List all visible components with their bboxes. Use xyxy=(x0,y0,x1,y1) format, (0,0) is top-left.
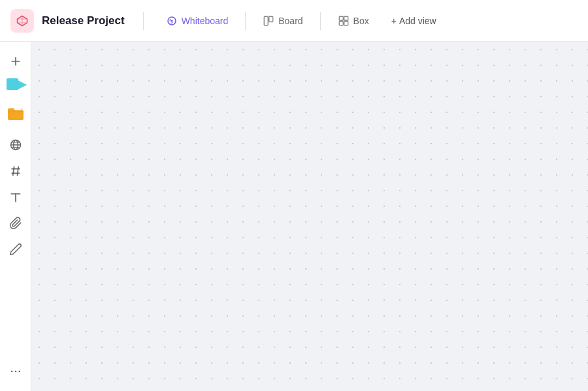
add-view-prefix: + xyxy=(391,16,397,26)
sidebar-item-sticky-notes[interactable] xyxy=(4,76,27,99)
whiteboard-canvas[interactable] xyxy=(31,42,588,391)
add-view-button[interactable]: + Add view xyxy=(384,12,444,30)
tab-divider-1 xyxy=(245,12,246,30)
sidebar-item-globe[interactable] xyxy=(4,133,27,157)
sidebar-item-attach[interactable] xyxy=(4,211,27,235)
play-arrow-icon xyxy=(16,78,29,94)
sidebar-item-text[interactable] xyxy=(4,185,27,209)
project-title: Release Project xyxy=(42,14,125,27)
tab-whiteboard-label: Whiteboard xyxy=(182,16,229,26)
svg-point-22 xyxy=(10,371,12,373)
sidebar-item-hashtag[interactable] xyxy=(4,159,27,183)
tab-whiteboard[interactable]: Whiteboard xyxy=(157,11,238,31)
svg-rect-2 xyxy=(264,16,268,25)
svg-point-23 xyxy=(14,371,16,373)
box-icon xyxy=(338,15,350,27)
header: Release Project Whiteboard xyxy=(0,0,588,42)
sidebar xyxy=(0,42,31,391)
svg-rect-5 xyxy=(344,16,348,20)
header-divider xyxy=(143,12,144,30)
svg-rect-7 xyxy=(344,21,348,25)
sidebar-item-draw[interactable] xyxy=(4,238,27,261)
tab-board-label: Board xyxy=(278,16,302,26)
whiteboard-icon xyxy=(166,15,178,27)
svg-line-18 xyxy=(12,166,14,175)
svg-rect-3 xyxy=(269,16,273,22)
add-view-label: Add view xyxy=(399,16,436,26)
tab-box[interactable]: Box xyxy=(329,11,378,31)
sidebar-item-folder[interactable] xyxy=(4,102,27,125)
svg-point-24 xyxy=(18,371,20,373)
nav-tabs: Whiteboard Board xyxy=(157,11,444,31)
svg-rect-6 xyxy=(339,21,343,25)
svg-rect-4 xyxy=(339,16,343,20)
board-icon xyxy=(263,15,274,27)
svg-point-1 xyxy=(171,20,172,22)
svg-marker-10 xyxy=(17,80,26,89)
project-icon[interactable] xyxy=(10,9,34,33)
main-layout xyxy=(0,42,588,391)
sidebar-item-add[interactable] xyxy=(4,50,27,73)
tab-divider-2 xyxy=(320,12,321,30)
tab-box-label: Box xyxy=(353,16,369,26)
tab-board[interactable]: Board xyxy=(253,11,312,31)
sidebar-item-more[interactable] xyxy=(4,360,27,383)
svg-line-19 xyxy=(17,166,18,175)
